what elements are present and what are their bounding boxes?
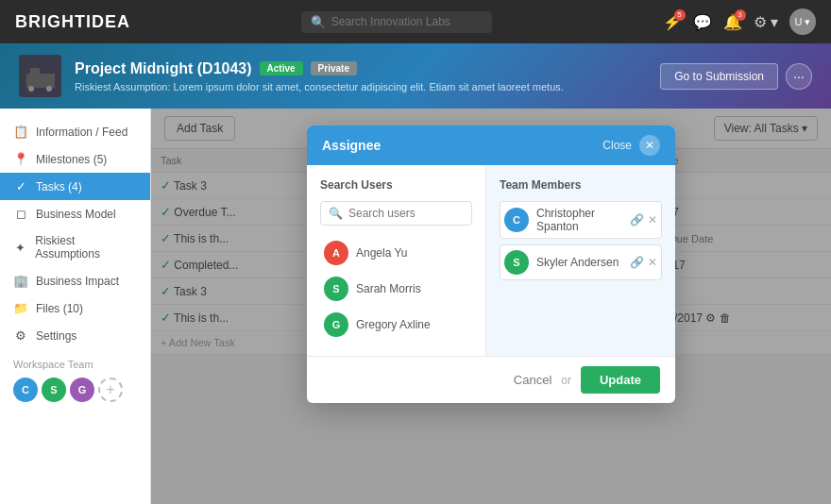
global-search[interactable]: 🔍 xyxy=(301,11,492,33)
sidebar-item-tasks[interactable]: ✓ Tasks (4) xyxy=(0,173,150,200)
files-icon: 📁 xyxy=(13,301,28,315)
assignee-modal: Assignee Close ✕ Search Users 🔍 xyxy=(307,126,675,403)
sidebar-item-label: Settings xyxy=(36,329,76,343)
svg-point-4 xyxy=(46,86,52,92)
user-item[interactable]: G Gregory Axline xyxy=(320,307,472,343)
team-avatar-c[interactable]: C xyxy=(13,378,38,402)
member-name: Christopher Spanton xyxy=(536,207,622,233)
top-navigation: BRIGHTIDEA 🔍 ⚡ 5 💬 🔔 3 ⚙ ▾ U ▾ xyxy=(0,0,831,43)
project-description: Riskiest Assumption: Lorem ipsum dolor s… xyxy=(75,81,564,92)
workspace-team-label: Workspace Team xyxy=(13,359,137,370)
add-team-member-button[interactable]: + xyxy=(98,378,123,402)
business-model-icon: ◻ xyxy=(13,207,28,221)
member-avatar-c: C xyxy=(504,208,529,232)
member-actions: 🔗 ✕ xyxy=(630,213,657,227)
sidebar-item-label: Riskiest Assumptions xyxy=(35,234,137,260)
search-icon: 🔍 xyxy=(329,207,343,220)
modal-team-members: Team Members C Christopher Spanton 🔗 ✕ S… xyxy=(486,165,675,356)
notifications-badge: 3 xyxy=(735,9,746,21)
sidebar-item-business-impact[interactable]: 🏢 Business Impact xyxy=(0,267,150,294)
user-item[interactable]: S Sarah Morris xyxy=(320,271,472,307)
project-title: Project Midnight (D1043) xyxy=(75,60,252,77)
search-users-input[interactable] xyxy=(348,207,464,220)
business-impact-icon: 🏢 xyxy=(13,274,28,288)
more-options-button[interactable]: ··· xyxy=(786,63,812,90)
team-avatars: C S G + xyxy=(13,378,137,402)
user-name: Angela Yu xyxy=(356,246,408,260)
project-thumbnail xyxy=(19,55,61,97)
modal-close-button[interactable]: ✕ xyxy=(639,135,660,156)
user-avatar-a: A xyxy=(324,241,348,265)
member-actions: 🔗 ✕ xyxy=(630,256,657,269)
modal-close-label: Close xyxy=(602,139,632,152)
member-remove-icon[interactable]: ✕ xyxy=(648,213,657,227)
activity-icon[interactable]: ⚡ 5 xyxy=(663,13,682,31)
main-layout: 📋 Information / Feed 📍 Milestones (5) ✓ … xyxy=(0,109,831,504)
user-avatar-s: S xyxy=(324,277,348,301)
search-box[interactable]: 🔍 xyxy=(320,201,472,226)
project-info-left: Project Midnight (D1043) Active Private … xyxy=(19,55,564,97)
sidebar-item-label: Tasks (4) xyxy=(36,180,82,193)
modal-overlay: Assignee Close ✕ Search Users 🔍 xyxy=(151,109,831,504)
team-members-title: Team Members xyxy=(500,178,662,192)
sidebar-item-label: Business Impact xyxy=(36,275,119,288)
svg-rect-1 xyxy=(26,74,55,88)
chat-icon[interactable]: 💬 xyxy=(693,13,712,31)
member-name: Skyler Andersen xyxy=(536,256,619,269)
project-title-row: Project Midnight (D1043) Active Private xyxy=(75,60,564,77)
modal-footer: Cancel or Update xyxy=(307,356,675,403)
tasks-icon: ✓ xyxy=(13,179,28,193)
user-avatar[interactable]: U ▾ xyxy=(789,8,816,35)
sidebar-item-label: Business Model xyxy=(36,208,116,221)
global-search-input[interactable] xyxy=(331,15,483,28)
sidebar-item-settings[interactable]: ⚙ Settings xyxy=(0,322,150,349)
information-icon: 📋 xyxy=(13,125,28,139)
member-avatar-s: S xyxy=(504,250,529,275)
logo: BRIGHTIDEA xyxy=(15,12,130,32)
badge-active: Active xyxy=(260,61,303,76)
team-member-item: S Skyler Andersen 🔗 ✕ xyxy=(500,244,662,280)
modal-header: Assignee Close ✕ xyxy=(307,126,675,165)
sidebar-item-milestones[interactable]: 📍 Milestones (5) xyxy=(0,145,150,173)
sidebar: 📋 Information / Feed 📍 Milestones (5) ✓ … xyxy=(0,109,151,504)
settings-sidebar-icon: ⚙ xyxy=(13,328,28,343)
user-name: Gregory Axline xyxy=(356,318,431,331)
settings-icon[interactable]: ⚙ ▾ xyxy=(754,13,778,31)
go-to-submission-button[interactable]: Go to Submission xyxy=(660,63,778,90)
sidebar-item-label: Milestones (5) xyxy=(36,153,107,166)
modal-search-users: Search Users 🔍 A Angela Yu S xyxy=(307,165,486,356)
sidebar-item-information[interactable]: 📋 Information / Feed xyxy=(0,118,150,145)
update-button[interactable]: Update xyxy=(581,366,660,394)
cancel-button[interactable]: Cancel xyxy=(514,373,551,387)
project-info: Project Midnight (D1043) Active Private … xyxy=(75,60,564,92)
modal-close-row: Close ✕ xyxy=(602,135,660,156)
footer-or: or xyxy=(561,374,571,387)
sidebar-item-business-model[interactable]: ◻ Business Model xyxy=(0,200,150,227)
project-header: Project Midnight (D1043) Active Private … xyxy=(0,43,831,109)
workspace-team: Workspace Team C S G + xyxy=(0,349,150,412)
member-remove-icon[interactable]: ✕ xyxy=(648,256,657,269)
search-users-title: Search Users xyxy=(320,178,472,192)
nav-icons: ⚡ 5 💬 🔔 3 ⚙ ▾ U ▾ xyxy=(663,8,816,35)
team-avatar-g[interactable]: G xyxy=(70,378,94,402)
user-name: Sarah Morris xyxy=(356,282,421,295)
sidebar-item-riskiest-assumptions[interactable]: ✦ Riskiest Assumptions xyxy=(0,227,150,267)
activity-badge: 5 xyxy=(674,9,686,21)
sidebar-item-files[interactable]: 📁 Files (10) xyxy=(0,294,150,322)
svg-point-3 xyxy=(28,86,34,92)
notifications-icon[interactable]: 🔔 3 xyxy=(723,13,742,31)
svg-rect-2 xyxy=(30,68,40,76)
main-content: Add Task View: All Tasks ▾ Task Assignee… xyxy=(151,109,831,504)
team-member-item: C Christopher Spanton 🔗 ✕ xyxy=(500,201,662,239)
project-header-right: Go to Submission ··· xyxy=(660,63,812,90)
user-list: A Angela Yu S Sarah Morris G Gregory Axl… xyxy=(320,235,472,343)
sidebar-item-label: Files (10) xyxy=(36,302,83,315)
user-item[interactable]: A Angela Yu xyxy=(320,235,472,271)
project-image xyxy=(19,55,61,97)
team-avatar-s[interactable]: S xyxy=(42,378,66,402)
modal-title: Assignee xyxy=(322,138,381,153)
member-link-icon[interactable]: 🔗 xyxy=(630,213,644,227)
user-avatar-g: G xyxy=(324,312,348,337)
member-link-icon[interactable]: 🔗 xyxy=(630,256,644,269)
search-icon: 🔍 xyxy=(311,15,326,29)
